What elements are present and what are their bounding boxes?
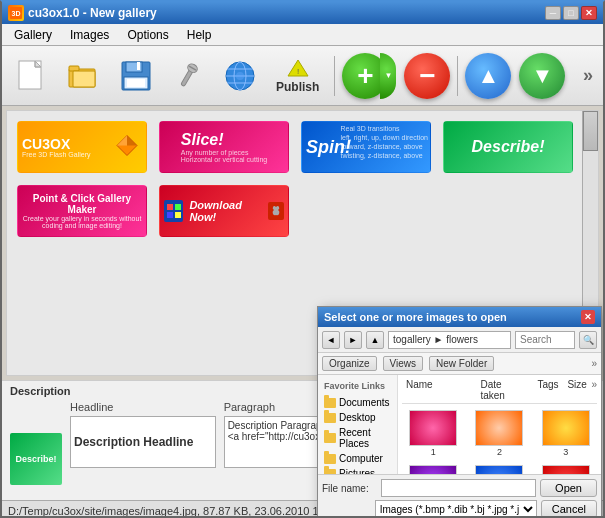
b3-sub: Real 3D transitionsleft, right, up, down…: [340, 124, 428, 160]
menu-gallery[interactable]: Gallery: [6, 26, 60, 44]
dialog-cancel-button[interactable]: Cancel: [541, 500, 597, 518]
status-filepath: D:/Temp/cu3ox/site/images/image4.jpg, 87…: [8, 505, 355, 517]
open-button[interactable]: [60, 52, 108, 100]
svg-rect-31: [175, 212, 181, 218]
b4-content: Describe!: [444, 138, 572, 156]
folder-icon: [324, 469, 336, 475]
dialog-body: Favorite Links Documents Desktop Recent …: [318, 375, 601, 474]
dialog-thumb-3[interactable]: 3: [535, 408, 597, 459]
dialog-col-tags[interactable]: Tags: [533, 379, 561, 401]
move-up-button[interactable]: ▲: [465, 53, 511, 99]
toolbar-more-button[interactable]: »: [579, 65, 597, 86]
svg-marker-26: [117, 136, 127, 146]
folder-icon: [324, 454, 336, 464]
thumb-image-4: [409, 465, 457, 474]
dialog-new-folder-button[interactable]: New Folder: [429, 356, 494, 371]
save-button[interactable]: [112, 52, 160, 100]
dialog-toolbar: ◄ ► ▲ togallery ► flowers 🔍: [318, 327, 601, 353]
dialog-sidebar-computer[interactable]: Computer: [320, 451, 395, 466]
toolbar: ! Publish + ▼ − ▲ ▼ »: [2, 46, 603, 106]
thumb-image-3: [542, 410, 590, 446]
dialog-more-button[interactable]: »: [591, 358, 597, 369]
dialog-sidebar-pictures[interactable]: Pictures: [320, 466, 395, 474]
banner-cu3ox[interactable]: CU3OX Free 3D Flash Gallery: [17, 121, 147, 173]
dialog-thumb-6[interactable]: 6: [535, 463, 597, 474]
dialog-organize-button[interactable]: Organize: [322, 356, 377, 371]
b2-content: Slice! Any number of piecesHorizontal or…: [181, 131, 267, 163]
sidebar-desktop-label: Desktop: [339, 412, 376, 423]
dialog-close-button[interactable]: ✕: [581, 310, 595, 324]
folder-icon: [324, 398, 336, 408]
menu-options[interactable]: Options: [119, 26, 176, 44]
dialog-forward-button[interactable]: ►: [344, 331, 362, 349]
menu-images[interactable]: Images: [62, 26, 117, 44]
svg-rect-28: [167, 204, 173, 210]
new-button[interactable]: [8, 52, 56, 100]
add-button-group: + ▼: [342, 53, 396, 99]
thumb-label-3: 3: [563, 447, 568, 457]
dialog-title-bar: Select one or more images to open ✕: [318, 307, 601, 327]
dialog-views-button[interactable]: Views: [383, 356, 424, 371]
desc-thumb-text: Describe!: [15, 454, 56, 464]
add-dropdown[interactable]: ▼: [380, 53, 396, 99]
folder-icon: [324, 413, 336, 423]
folder-icon: [324, 433, 336, 443]
file-open-dialog: Select one or more images to open ✕ ◄ ► …: [317, 306, 602, 518]
close-button[interactable]: ✕: [581, 6, 597, 20]
web-button[interactable]: [216, 52, 264, 100]
dialog-sidebar-desktop[interactable]: Desktop: [320, 410, 395, 425]
dialog-thumb-1[interactable]: 1: [402, 408, 464, 459]
dialog-col-size[interactable]: Size: [563, 379, 589, 401]
b1-cube: [112, 131, 142, 164]
dialog-footer: File name: Open Images (*.bmp *.dib *.bj…: [318, 474, 601, 518]
thumb-label-1: 1: [431, 447, 436, 457]
banner-download[interactable]: Download Now!: [159, 185, 289, 237]
svg-rect-11: [137, 62, 140, 70]
svg-marker-27: [127, 136, 137, 146]
dialog-open-button[interactable]: Open: [540, 479, 597, 497]
dialog-thumb-5[interactable]: 5: [468, 463, 530, 474]
dialog-sidebar-label: Favorite Links: [320, 379, 395, 393]
dialog-up-button[interactable]: ▲: [366, 331, 384, 349]
dialog-path: togallery ► flowers: [388, 331, 511, 349]
menu-help[interactable]: Help: [179, 26, 220, 44]
settings-button[interactable]: [164, 52, 212, 100]
dialog-search-input[interactable]: [515, 331, 575, 349]
dialog-filetype-select[interactable]: Images (*.bmp *.dib *.bj *.jpg *.j: [375, 500, 537, 518]
dialog-sidebar: Favorite Links Documents Desktop Recent …: [318, 375, 398, 474]
banner-spin[interactable]: Spin! Real 3D transitionsleft, right, up…: [301, 121, 431, 173]
thumb-image-6: [542, 465, 590, 474]
svg-text:!: !: [297, 67, 299, 76]
dialog-filename-row: File name: Open: [322, 479, 597, 497]
banner-slice[interactable]: Slice! Any number of piecesHorizontal or…: [159, 121, 289, 173]
headline-input[interactable]: Description Headline: [70, 416, 216, 468]
dialog-thumb-2[interactable]: 2: [468, 408, 530, 459]
thumb-image-2: [475, 410, 523, 446]
minimize-button[interactable]: ─: [545, 6, 561, 20]
b1-content: CU3OX Free 3D Flash Gallery: [22, 137, 90, 158]
title-bar-left: 3D cu3ox1.0 - New gallery: [8, 5, 157, 21]
dialog-search-button[interactable]: 🔍: [579, 331, 597, 349]
dialog-filename-input[interactable]: [381, 479, 536, 497]
main-area: CU3OX Free 3D Flash Gallery Slice: [2, 106, 603, 518]
banner-describe[interactable]: Describe!: [443, 121, 573, 173]
dialog-sidebar-documents[interactable]: Documents: [320, 395, 395, 410]
scrollbar-thumb[interactable]: [583, 111, 598, 151]
dialog-sidebar-recent[interactable]: Recent Places: [320, 425, 395, 451]
publish-label: Publish: [276, 80, 319, 94]
dialog-back-button[interactable]: ◄: [322, 331, 340, 349]
b6-apple-logo: [268, 202, 284, 220]
dialog-col-name[interactable]: Name: [402, 379, 474, 401]
maximize-button[interactable]: □: [563, 6, 579, 20]
thumb-label-2: 2: [497, 447, 502, 457]
publish-button[interactable]: ! Publish: [268, 54, 327, 98]
dialog-col-more[interactable]: »: [591, 379, 597, 401]
banner-pointclick[interactable]: Point & Click Gallery Maker Create your …: [17, 185, 147, 237]
dialog-thumb-4[interactable]: 4: [402, 463, 464, 474]
dialog-col-date[interactable]: Date taken: [476, 379, 531, 401]
move-down-button[interactable]: ▼: [519, 53, 565, 99]
menu-bar: Gallery Images Options Help: [2, 24, 603, 46]
window-controls: ─ □ ✕: [545, 6, 597, 20]
remove-button[interactable]: −: [404, 53, 450, 99]
dialog-filetype-row: Images (*.bmp *.dib *.bj *.jpg *.j Cance…: [322, 500, 597, 518]
